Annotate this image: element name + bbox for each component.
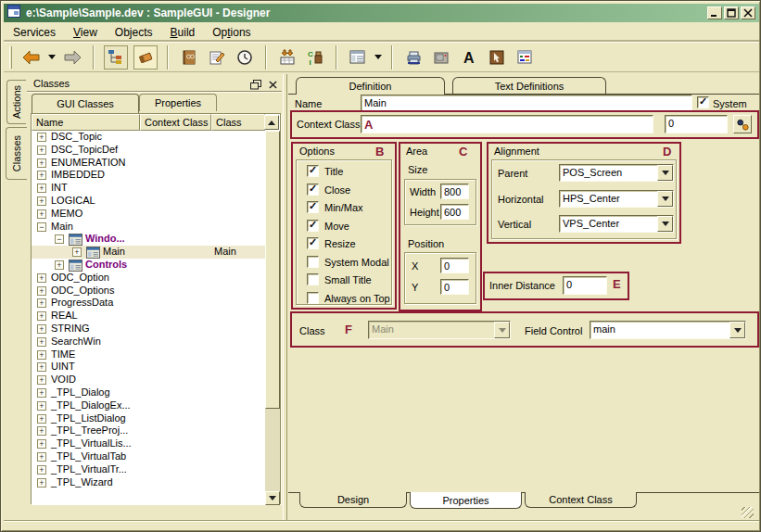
- tree-row[interactable]: +_TPL_Wizard: [32, 476, 265, 489]
- tree-row[interactable]: +STRING: [32, 323, 265, 336]
- tab-definition[interactable]: Definition: [296, 77, 445, 95]
- expand-toggle-icon[interactable]: +: [37, 298, 46, 308]
- expand-toggle-icon[interactable]: +: [37, 401, 46, 411]
- tree-row[interactable]: +ProgressData: [32, 297, 265, 310]
- tab-design[interactable]: Design: [299, 492, 407, 508]
- fonts-button[interactable]: A: [458, 46, 480, 69]
- x-input[interactable]: 0: [440, 258, 469, 273]
- tab-text-definitions[interactable]: Text Definitions: [452, 77, 606, 94]
- expand-toggle-icon[interactable]: +: [37, 273, 46, 283]
- vertical-combobox[interactable]: VPS_Center: [559, 215, 674, 233]
- y-input[interactable]: 0: [440, 279, 469, 295]
- tree-row[interactable]: +MEMO: [32, 208, 265, 221]
- tree-row[interactable]: +_TPL_ListDialog: [32, 412, 265, 425]
- tree-row[interactable]: +IMBEDDED: [32, 169, 265, 182]
- expand-toggle-icon[interactable]: +: [37, 439, 46, 449]
- manual-button[interactable]: [178, 46, 200, 69]
- back-history-button[interactable]: [46, 46, 57, 69]
- close-button[interactable]: [741, 6, 755, 19]
- design-mode-button[interactable]: [133, 45, 158, 70]
- always-on-top-checkbox[interactable]: [307, 292, 319, 304]
- width-input[interactable]: 800: [440, 184, 469, 199]
- system-modal-checkbox[interactable]: [307, 256, 319, 268]
- collapse-toggle-icon[interactable]: −: [55, 234, 64, 244]
- dialogs-button[interactable]: [514, 46, 536, 69]
- tree-row[interactable]: +MainMain: [32, 246, 265, 259]
- toolbar-handle[interactable]: [9, 46, 12, 69]
- menu-item-view[interactable]: View: [73, 26, 97, 39]
- tree-row[interactable]: +VOID: [32, 374, 265, 386]
- tree-row[interactable]: +UINT: [32, 361, 265, 374]
- expand-toggle-icon[interactable]: +: [37, 337, 46, 347]
- side-tab-classes[interactable]: Classes: [6, 127, 27, 180]
- edit-source-button[interactable]: [206, 46, 228, 69]
- tree-row[interactable]: +INT: [32, 182, 265, 195]
- context-class-input[interactable]: A: [361, 115, 653, 133]
- tree-row[interactable]: +_TPL_VirtualTr...: [32, 463, 265, 476]
- tree-row[interactable]: −Main: [32, 221, 265, 234]
- dropdown-button[interactable]: [729, 322, 745, 338]
- context-count-input[interactable]: 0: [665, 115, 728, 133]
- column-header-context-class[interactable]: Context Class: [140, 114, 211, 131]
- expand-toggle-icon[interactable]: +: [37, 426, 46, 436]
- menu-item-objects[interactable]: Objects: [115, 26, 153, 39]
- menu-item-build[interactable]: Build: [171, 26, 196, 39]
- generate-code-button[interactable]: CI: [304, 46, 326, 69]
- height-input[interactable]: 600: [440, 204, 469, 220]
- close-checkbox[interactable]: [307, 184, 319, 196]
- scroll-down-button[interactable]: [265, 491, 280, 505]
- float-panel-button[interactable]: [249, 79, 262, 91]
- side-tab-actions[interactable]: Actions: [6, 80, 26, 124]
- tree-row[interactable]: +ODC_Options: [32, 285, 265, 298]
- small-title-checkbox[interactable]: [307, 273, 319, 285]
- expand-toggle-icon[interactable]: +: [37, 209, 46, 219]
- tree-row[interactable]: +_TPL_VirtualTab: [32, 450, 265, 463]
- expand-toggle-icon[interactable]: +: [55, 260, 64, 270]
- column-header-class[interactable]: Class: [211, 114, 265, 131]
- maximize-button[interactable]: [724, 6, 739, 19]
- tree-row[interactable]: +REAL: [32, 310, 265, 323]
- expand-toggle-icon[interactable]: +: [37, 452, 46, 462]
- vertical-scrollbar[interactable]: [265, 131, 280, 505]
- expand-toggle-icon[interactable]: +: [37, 465, 46, 475]
- tree-row[interactable]: +DSC_Topic: [32, 131, 265, 144]
- dropdown-button[interactable]: [657, 191, 673, 207]
- tree-row[interactable]: +_TPL_VirtualLis...: [32, 437, 265, 450]
- class-tree-button[interactable]: [104, 45, 128, 70]
- tree-row[interactable]: +DSC_TopicDef: [32, 144, 265, 157]
- expand-toggle-icon[interactable]: +: [72, 247, 82, 257]
- horizontal-combobox[interactable]: HPS_Center: [559, 190, 674, 208]
- resize-checkbox[interactable]: [307, 237, 319, 249]
- class-combobox[interactable]: Main: [368, 321, 511, 339]
- window-list-button[interactable]: [347, 46, 369, 69]
- minimize-button[interactable]: [707, 6, 722, 19]
- tree-row[interactable]: +TIME: [32, 348, 265, 361]
- expand-toggle-icon[interactable]: +: [37, 478, 46, 488]
- collapse-toggle-icon[interactable]: −: [37, 222, 46, 232]
- tree-row[interactable]: +_TPL_Dialog: [32, 386, 265, 399]
- system-checkbox[interactable]: [697, 96, 709, 108]
- tree-row[interactable]: +LOGICAL: [32, 195, 265, 208]
- dropdown-button[interactable]: [494, 322, 510, 338]
- expand-toggle-icon[interactable]: +: [37, 133, 46, 142]
- tab-properties-left[interactable]: Properties: [139, 94, 217, 111]
- tree-row[interactable]: +_TPL_TreeProj...: [32, 424, 265, 437]
- scroll-up-button[interactable]: [264, 115, 279, 130]
- dropdown-button[interactable]: [657, 216, 673, 232]
- menu-item-options[interactable]: Options: [212, 26, 250, 39]
- tab-properties[interactable]: Properties: [410, 492, 522, 509]
- window-list-menu-button[interactable]: [373, 46, 384, 69]
- context-link-button[interactable]: [733, 115, 752, 133]
- import-data-button[interactable]: [276, 46, 298, 69]
- print-setup-button[interactable]: [430, 46, 452, 69]
- tab-context-class[interactable]: Context Class: [525, 492, 637, 508]
- close-panel-button[interactable]: [266, 79, 279, 91]
- history-button[interactable]: [234, 46, 256, 69]
- expand-toggle-icon[interactable]: +: [37, 350, 46, 360]
- bitmaps-button[interactable]: [486, 46, 508, 69]
- tree-row[interactable]: +ENUMERATION: [32, 157, 265, 170]
- expand-toggle-icon[interactable]: +: [37, 388, 46, 398]
- scrollbar-thumb[interactable]: [265, 131, 280, 409]
- back-button[interactable]: [20, 46, 43, 69]
- expand-toggle-icon[interactable]: +: [37, 146, 46, 155]
